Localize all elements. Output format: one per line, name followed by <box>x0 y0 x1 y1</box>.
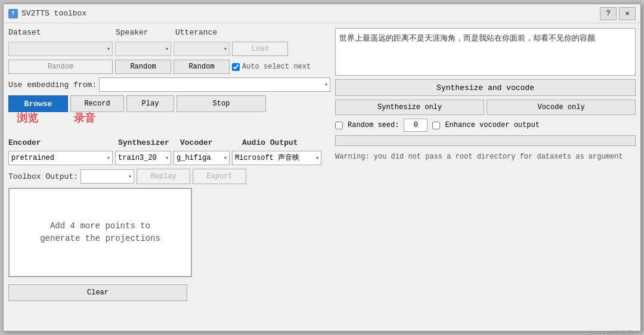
toolbox-select[interactable] <box>80 169 134 184</box>
random-dataset-button[interactable]: Random <box>8 60 113 74</box>
speaker-select[interactable] <box>115 42 171 56</box>
utterance-col-label: Utterance <box>175 28 235 37</box>
warning-container: Warning: you did not pass a root directo… <box>335 152 636 161</box>
main-content: Dataset Speaker Utterance <box>4 23 640 331</box>
title-buttons: ? ✕ <box>600 7 636 20</box>
toolbox-select-wrapper <box>80 169 134 184</box>
audio-select-wrapper: Microsoft 声音映 <box>232 151 321 165</box>
synthesize-only-button[interactable]: Synthesize only <box>335 100 484 115</box>
utterance-select[interactable] <box>174 42 230 56</box>
text-input-area[interactable]: 世界上最遥远的距离不是天涯海角，而是我站在你面前，却看不见你的容颜 <box>335 28 636 76</box>
seed-row: Random seed: Enhance vocoder output <box>335 119 636 132</box>
synthesizer-select-wrapper: train3_20 <box>115 151 171 165</box>
stop-button[interactable]: Stop <box>177 95 266 112</box>
left-panel: Dataset Speaker Utterance <box>8 28 330 326</box>
projection-box: Add 4 more points to generate the projec… <box>8 188 192 277</box>
synth-vocode-row: Synthesize and vocode <box>335 79 636 96</box>
encoder-label: Encoder <box>8 138 116 147</box>
vocode-only-button[interactable]: Vocode only <box>487 100 636 115</box>
export-button[interactable]: Export <box>193 169 246 184</box>
chinese-browse-label: 浏览 <box>17 111 38 125</box>
browse-button[interactable]: Browse <box>8 95 68 112</box>
seed-input[interactable] <box>404 119 428 132</box>
title-left: T SV2TTS toolbox <box>8 9 86 18</box>
replay-button[interactable]: Replay <box>137 169 190 184</box>
text-content: 世界上最遥远的距离不是天涯海角，而是我站在你面前，却看不见你的容颜 <box>339 33 595 42</box>
synthesizer-label: Synthesizer <box>118 138 178 147</box>
close-button[interactable]: ✕ <box>619 7 636 20</box>
clear-row: Clear <box>8 284 330 301</box>
embedding-row: Use embedding from: <box>8 77 330 92</box>
auto-select-label: Auto select next <box>242 63 311 71</box>
vocoder-label: Vocoder <box>180 138 240 147</box>
random-row: Random Random Random Auto select next <box>8 60 330 74</box>
speaker-col-label: Speaker <box>116 28 175 37</box>
column-headers: Dataset Speaker Utterance <box>8 28 330 37</box>
section-labels-row: Encoder Synthesizer Vocoder Audio Output <box>8 138 330 147</box>
main-window: T SV2TTS toolbox ? ✕ Dataset Speaker Utt… <box>3 4 641 331</box>
synthesizer-select[interactable]: train3_20 <box>115 151 171 165</box>
app-icon: T <box>8 9 18 18</box>
encoder-select[interactable]: pretrained <box>8 151 113 165</box>
random-seed-checkbox[interactable] <box>335 122 343 129</box>
auto-select-checkbox[interactable] <box>232 63 240 71</box>
utterance-select-wrapper <box>174 42 230 56</box>
dataset-col-label: Dataset <box>8 28 116 37</box>
enhance-label: Enhance vocoder output <box>445 121 539 129</box>
encoder-select-wrapper: pretrained <box>8 151 113 165</box>
chinese-record-label: 录音 <box>74 111 95 125</box>
play-button[interactable]: Play <box>126 95 174 112</box>
window-title: SV2TTS toolbox <box>21 9 86 18</box>
auto-select-container: Auto select next <box>232 63 311 71</box>
synth-only-row: Synthesize only Vocode only <box>335 100 636 115</box>
help-button[interactable]: ? <box>600 7 617 20</box>
random-seed-label: Random seed: <box>348 121 399 129</box>
audio-select[interactable]: Microsoft 声音映 <box>232 151 321 165</box>
dropdowns-row: Load <box>8 42 330 56</box>
clear-button[interactable]: Clear <box>8 284 187 301</box>
embed-select[interactable] <box>99 77 330 92</box>
random-utterance-button[interactable]: Random <box>174 60 230 74</box>
speaker-select-wrapper <box>115 42 171 56</box>
load-button[interactable]: Load <box>232 42 288 56</box>
progress-bar <box>335 135 636 146</box>
warning-text: Warning: you did not pass a root directo… <box>335 153 623 161</box>
vocoder-select[interactable]: g_hifiga <box>174 151 230 165</box>
enhance-checkbox[interactable] <box>432 122 440 129</box>
projection-text: Add 4 more points to generate the projec… <box>40 220 160 245</box>
dataset-select[interactable] <box>8 42 113 56</box>
embed-from-label: Use embedding from: <box>8 80 97 89</box>
toolbox-row: Toolbox Output: Replay Export <box>8 169 330 184</box>
random-speaker-button[interactable]: Random <box>115 60 171 74</box>
audio-output-label: Audio Output <box>242 138 298 147</box>
dataset-select-wrapper <box>8 42 113 56</box>
record-button[interactable]: Record <box>70 95 124 112</box>
watermark-text: CSDN @月流霜 <box>587 329 633 335</box>
right-panel: 世界上最遥远的距离不是天涯海角，而是我站在你面前，却看不见你的容颜 Synthe… <box>335 28 636 326</box>
action-row: Browse Record Play Stop 浏览 录音 <box>8 95 330 112</box>
embed-select-wrapper <box>99 77 330 92</box>
model-row: pretrained train3_20 g_hifiga Microsoft … <box>8 151 330 165</box>
synthesize-vocode-button[interactable]: Synthesize and vocode <box>335 79 636 96</box>
toolbox-output-label: Toolbox Output: <box>8 172 78 181</box>
title-bar: T SV2TTS toolbox ? ✕ <box>4 4 640 23</box>
vocoder-select-wrapper: g_hifiga <box>174 151 230 165</box>
